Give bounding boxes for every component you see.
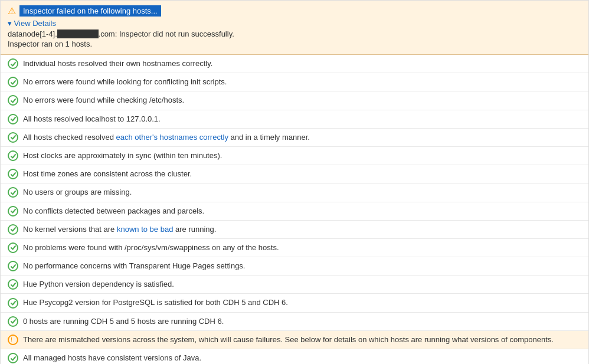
check-row: All hosts resolved localhost to 127.0.0.… <box>1 110 588 129</box>
check-row: Host clocks are approximately in sync (w… <box>1 147 588 165</box>
check-text: Host time zones are consistent across th… <box>23 169 192 179</box>
inspector-failure-title: Inspector failed on the following hosts.… <box>19 5 161 17</box>
check-text: Hue Psycopg2 version for PostgreSQL is s… <box>23 297 288 308</box>
green-check-icon <box>8 150 18 161</box>
check-text: No users or groups are missing. <box>23 187 132 198</box>
check-text: All hosts resolved localhost to 127.0.0.… <box>23 114 161 124</box>
green-check-icon <box>8 316 18 327</box>
check-row: No errors were found while checking /etc… <box>1 91 588 110</box>
svg-text:!: ! <box>11 336 12 343</box>
green-check-icon <box>8 242 18 253</box>
view-details-label: ▾ View Details <box>8 19 56 28</box>
highlight-text: known to be bad <box>117 225 173 234</box>
check-text: No errors were found while looking for c… <box>23 77 227 87</box>
orange-warning-icon: ! <box>8 335 18 345</box>
check-text: All managed hosts have consistent versio… <box>23 353 201 363</box>
green-check-icon <box>8 169 18 179</box>
check-text: Hue Python version dependency is satisfi… <box>23 279 174 290</box>
check-row: All managed hosts have consistent versio… <box>1 349 588 364</box>
check-row: No conflicts detected between packages a… <box>1 202 588 221</box>
green-check-icon <box>8 114 18 124</box>
green-check-icon <box>8 298 18 309</box>
main-container: ⚠ Inspector failed on the following host… <box>0 0 589 364</box>
green-check-icon <box>8 261 18 271</box>
checks-list: Individual hosts resolved their own host… <box>1 55 588 364</box>
check-text: Individual hosts resolved their own host… <box>23 58 212 69</box>
check-text: No problems were found with /proc/sys/vm… <box>23 242 279 253</box>
view-details-toggle[interactable]: ▾ View Details <box>8 19 581 28</box>
check-text: No kernel versions that are known to be … <box>23 224 216 235</box>
green-check-icon <box>8 95 18 106</box>
check-text: There are mismatched versions across the… <box>23 335 554 345</box>
check-row: All hosts checked resolved each other's … <box>1 129 588 147</box>
check-row: !There are mismatched versions across th… <box>1 331 588 349</box>
check-text: No conflicts detected between packages a… <box>23 206 204 217</box>
inspector-detail-line1: datanode[1-4]. .com: Inspector did not r… <box>8 29 581 38</box>
green-check-icon <box>8 206 18 217</box>
check-row: Hue Psycopg2 version for PostgreSQL is s… <box>1 294 588 312</box>
check-text: All hosts checked resolved each other's … <box>23 132 310 143</box>
check-row: 0 hosts are running CDH 5 and 5 hosts ar… <box>1 313 588 331</box>
check-row: No errors were found while looking for c… <box>1 73 588 91</box>
warning-banner: ⚠ Inspector failed on the following host… <box>1 1 588 55</box>
check-text: No performance concerns with Transparent… <box>23 261 245 271</box>
green-check-icon <box>8 353 18 363</box>
check-row: No problems were found with /proc/sys/vm… <box>1 239 588 257</box>
check-row: No performance concerns with Transparent… <box>1 257 588 276</box>
green-check-icon <box>8 279 18 290</box>
green-check-icon <box>8 58 18 69</box>
check-row: Individual hosts resolved their own host… <box>1 55 588 73</box>
highlight-text: each other's hostnames correctly <box>116 133 228 142</box>
inspector-detail-line2: Inspector ran on 1 hosts. <box>8 40 581 48</box>
green-check-icon <box>8 187 18 198</box>
check-text: No errors were found while checking /etc… <box>23 95 184 106</box>
redacted-hostname <box>57 29 99 38</box>
check-row: Host time zones are consistent across th… <box>1 165 588 183</box>
warning-alert-icon: ⚠ <box>8 5 16 17</box>
check-text: Host clocks are approximately in sync (w… <box>23 150 222 161</box>
green-check-icon <box>8 132 18 143</box>
check-row: No users or groups are missing. <box>1 183 588 202</box>
green-check-icon <box>8 224 18 235</box>
check-row: No kernel versions that are known to be … <box>1 221 588 239</box>
warning-title-row: ⚠ Inspector failed on the following host… <box>8 5 581 17</box>
check-row: Hue Python version dependency is satisfi… <box>1 276 588 294</box>
green-check-icon <box>8 77 18 87</box>
check-text: 0 hosts are running CDH 5 and 5 hosts ar… <box>23 316 224 327</box>
